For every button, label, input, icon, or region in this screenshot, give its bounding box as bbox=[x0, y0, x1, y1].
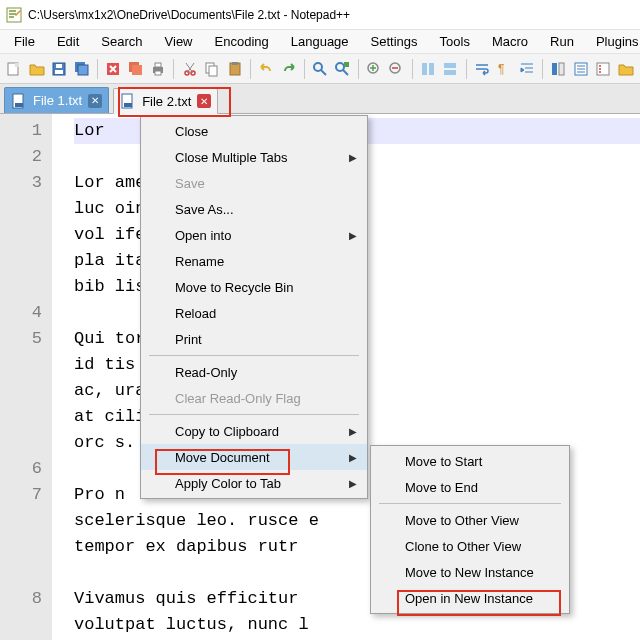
menu-bar: File Edit Search View Encoding Language … bbox=[0, 30, 640, 54]
menu-run[interactable]: Run bbox=[540, 32, 584, 51]
ctx-open-new-instance[interactable]: Open in New Instance bbox=[371, 585, 569, 611]
ctx-close-multiple[interactable]: Close Multiple Tabs▶ bbox=[141, 144, 367, 170]
wordwrap-icon[interactable] bbox=[471, 58, 492, 80]
toolbar-separator bbox=[358, 59, 359, 79]
toolbar: ¶ bbox=[0, 54, 640, 84]
undo-icon[interactable] bbox=[256, 58, 277, 80]
save-icon[interactable] bbox=[49, 58, 70, 80]
indent-icon[interactable] bbox=[516, 58, 537, 80]
menu-encoding[interactable]: Encoding bbox=[205, 32, 279, 51]
close-icon[interactable] bbox=[103, 58, 124, 80]
line-number-gutter: 1 2 3 4 5 6 7 8 bbox=[0, 114, 52, 640]
sync-v-icon[interactable] bbox=[418, 58, 439, 80]
tab-file-1[interactable]: File 1.txt ✕ bbox=[4, 87, 109, 113]
close-icon[interactable]: ✕ bbox=[88, 94, 102, 108]
ctx-clear-read-only: Clear Read-Only Flag bbox=[141, 385, 367, 411]
svg-point-21 bbox=[336, 63, 344, 71]
doc-map-icon[interactable] bbox=[548, 58, 569, 80]
svg-rect-30 bbox=[552, 63, 557, 75]
ctx-recycle[interactable]: Move to Recycle Bin bbox=[141, 274, 367, 300]
svg-rect-31 bbox=[559, 63, 564, 75]
zoom-in-icon[interactable] bbox=[364, 58, 385, 80]
all-chars-icon[interactable]: ¶ bbox=[494, 58, 515, 80]
tab-file-2[interactable]: File 2.txt ✕ bbox=[113, 88, 218, 114]
toolbar-separator bbox=[250, 59, 251, 79]
menu-plugins[interactable]: Plugins bbox=[586, 32, 640, 51]
ctx-rename[interactable]: Rename bbox=[141, 248, 367, 274]
menu-tools[interactable]: Tools bbox=[430, 32, 480, 51]
menu-view[interactable]: View bbox=[155, 32, 203, 51]
svg-rect-13 bbox=[155, 71, 161, 75]
svg-point-35 bbox=[599, 68, 601, 70]
ctx-read-only[interactable]: Read-Only bbox=[141, 359, 367, 385]
doc-list-icon[interactable] bbox=[570, 58, 591, 80]
ctx-print[interactable]: Print bbox=[141, 326, 367, 352]
toolbar-separator bbox=[97, 59, 98, 79]
menu-macro[interactable]: Macro bbox=[482, 32, 538, 51]
find-icon[interactable] bbox=[310, 58, 331, 80]
tab-bar: File 1.txt ✕ File 2.txt ✕ bbox=[0, 84, 640, 114]
ctx-move-end[interactable]: Move to End bbox=[371, 474, 569, 500]
open-file-icon[interactable] bbox=[27, 58, 48, 80]
submenu-arrow-icon: ▶ bbox=[349, 230, 357, 241]
folder-icon[interactable] bbox=[615, 58, 636, 80]
svg-text:¶: ¶ bbox=[498, 62, 504, 76]
cut-icon[interactable] bbox=[179, 58, 200, 80]
ctx-apply-color[interactable]: Apply Color to Tab▶ bbox=[141, 470, 367, 496]
file-icon bbox=[120, 93, 136, 109]
func-list-icon[interactable] bbox=[593, 58, 614, 80]
ctx-reload[interactable]: Reload bbox=[141, 300, 367, 326]
tab-label: File 2.txt bbox=[142, 94, 191, 109]
toolbar-separator bbox=[542, 59, 543, 79]
ctx-clone-other-view[interactable]: Clone to Other View bbox=[371, 533, 569, 559]
menu-edit[interactable]: Edit bbox=[47, 32, 89, 51]
svg-rect-33 bbox=[597, 63, 609, 75]
svg-rect-5 bbox=[56, 64, 62, 68]
menu-separator bbox=[149, 414, 359, 415]
save-all-icon[interactable] bbox=[72, 58, 93, 80]
close-icon[interactable]: ✕ bbox=[197, 94, 211, 108]
svg-rect-38 bbox=[15, 103, 23, 107]
title-bar: C:\Users\mx1x2\OneDrive\Documents\File 2… bbox=[0, 0, 640, 30]
ctx-close[interactable]: Close bbox=[141, 118, 367, 144]
ctx-save-as[interactable]: Save As... bbox=[141, 196, 367, 222]
menu-settings[interactable]: Settings bbox=[361, 32, 428, 51]
print-icon[interactable] bbox=[148, 58, 169, 80]
ctx-open-into[interactable]: Open into▶ bbox=[141, 222, 367, 248]
menu-search[interactable]: Search bbox=[91, 32, 152, 51]
new-file-icon[interactable] bbox=[4, 58, 25, 80]
zoom-out-icon[interactable] bbox=[386, 58, 407, 80]
tab-context-menu: Close Close Multiple Tabs▶ Save Save As.… bbox=[140, 115, 368, 499]
menu-language[interactable]: Language bbox=[281, 32, 359, 51]
svg-point-34 bbox=[599, 65, 601, 67]
tab-label: File 1.txt bbox=[33, 93, 82, 108]
paste-icon[interactable] bbox=[224, 58, 245, 80]
svg-rect-2 bbox=[15, 63, 19, 67]
redo-icon[interactable] bbox=[278, 58, 299, 80]
move-document-submenu: Move to Start Move to End Move to Other … bbox=[370, 445, 570, 614]
submenu-arrow-icon: ▶ bbox=[349, 452, 357, 463]
submenu-arrow-icon: ▶ bbox=[349, 152, 357, 163]
ctx-move-other-view[interactable]: Move to Other View bbox=[371, 507, 569, 533]
replace-icon[interactable] bbox=[332, 58, 353, 80]
ctx-save: Save bbox=[141, 170, 367, 196]
close-all-icon[interactable] bbox=[125, 58, 146, 80]
menu-file[interactable]: File bbox=[4, 32, 45, 51]
svg-rect-25 bbox=[422, 63, 427, 75]
svg-rect-4 bbox=[55, 70, 63, 74]
svg-rect-40 bbox=[124, 103, 132, 107]
svg-rect-0 bbox=[7, 8, 21, 22]
window-title: C:\Users\mx1x2\OneDrive\Documents\File 2… bbox=[28, 8, 350, 22]
svg-rect-22 bbox=[344, 62, 349, 67]
svg-rect-7 bbox=[78, 65, 88, 75]
toolbar-separator bbox=[466, 59, 467, 79]
svg-rect-10 bbox=[132, 65, 142, 75]
ctx-copy-clipboard[interactable]: Copy to Clipboard▶ bbox=[141, 418, 367, 444]
ctx-move-start[interactable]: Move to Start bbox=[371, 448, 569, 474]
ctx-move-new-instance[interactable]: Move to New Instance bbox=[371, 559, 569, 585]
copy-icon[interactable] bbox=[202, 58, 223, 80]
svg-point-36 bbox=[599, 71, 601, 73]
svg-point-20 bbox=[314, 63, 322, 71]
ctx-move-document[interactable]: Move Document▶ bbox=[141, 444, 367, 470]
sync-h-icon[interactable] bbox=[440, 58, 461, 80]
